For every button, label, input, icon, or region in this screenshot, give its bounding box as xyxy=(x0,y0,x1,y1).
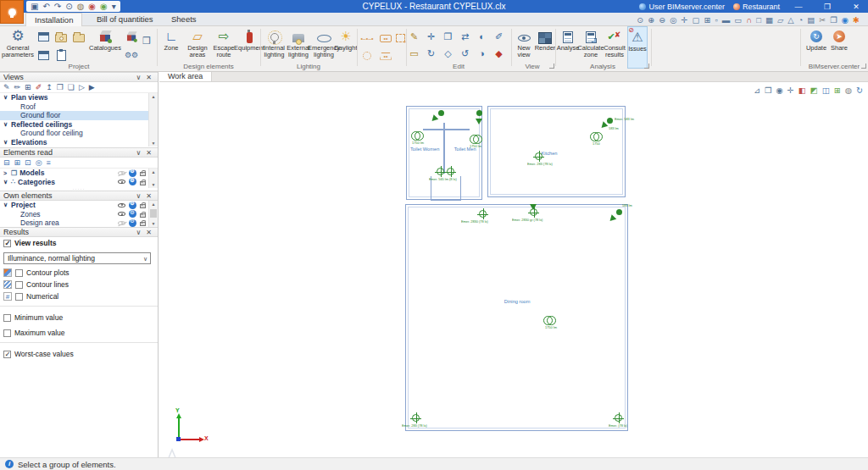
close-panel-icon[interactable]: ✕ xyxy=(143,192,154,200)
emergency-lighting-button[interactable]: Emergency lighting xyxy=(311,28,337,67)
analyse-button[interactable]: Analyse xyxy=(558,28,578,67)
numerical-checkbox[interactable] xyxy=(15,293,23,301)
maximize-button[interactable]: ❐ xyxy=(817,3,837,11)
lock-icon[interactable] xyxy=(140,181,146,185)
minimum-value-row[interactable]: Minimum value xyxy=(0,310,158,323)
minimize-button[interactable]: — xyxy=(788,3,809,11)
rotate-left-icon[interactable]: ↺ xyxy=(459,47,470,60)
symmetry-copy-icon[interactable]: ◐ xyxy=(476,30,487,43)
emergency-light-symbol[interactable] xyxy=(616,209,622,215)
escape-route-button[interactable]: ⇨ Escape route xyxy=(212,28,236,67)
focus-icon[interactable]: ◎ xyxy=(36,158,42,167)
grid-icon[interactable]: ⊞ xyxy=(704,14,710,25)
trim-icon[interactable]: ✂ xyxy=(819,14,826,25)
zoom-all-icon[interactable]: ◎ xyxy=(670,14,676,25)
list-mode-icon[interactable]: ≡ xyxy=(47,158,51,167)
symmetry-move-icon[interactable]: ⇄ xyxy=(459,30,470,43)
isolate-icon[interactable]: ⊡ xyxy=(25,158,31,167)
expand-all-icon[interactable]: ⊞ xyxy=(14,158,21,167)
worst-case-row[interactable]: Worst-case values xyxy=(0,346,158,360)
views-grid-icon[interactable]: ⊞ xyxy=(834,86,841,95)
circular-points-button[interactable] xyxy=(359,48,375,64)
gear-icon[interactable] xyxy=(129,169,136,177)
views-scrollbar[interactable]: ▲▼ xyxy=(148,93,158,147)
luminaire-library-button[interactable] xyxy=(53,29,69,44)
calculation-point-symbol[interactable] xyxy=(447,168,454,175)
section-red-icon[interactable]: ◧ xyxy=(798,86,806,95)
chevron-right-icon[interactable]: > xyxy=(3,170,11,176)
visibility-icon[interactable] xyxy=(118,180,125,184)
redraw-icon[interactable]: ▢ xyxy=(693,14,700,25)
ortho-icon[interactable]: ▭ xyxy=(734,14,742,25)
close-panel-icon[interactable]: ✕ xyxy=(143,74,154,81)
delete-icon[interactable]: ◆ xyxy=(493,47,504,60)
emergency-light-symbol[interactable] xyxy=(607,118,613,124)
layers-icon[interactable]: ▤ xyxy=(807,14,815,25)
calculation-point-symbol[interactable] xyxy=(412,414,420,422)
contour-plots-checkbox[interactable] xyxy=(15,269,23,277)
luminaire-symbol[interactable] xyxy=(543,316,555,323)
current-view-icon[interactable]: ▶ xyxy=(89,83,95,91)
maximum-value-row[interactable]: Maximum value xyxy=(0,323,158,339)
view-results-row[interactable]: View results xyxy=(0,237,158,249)
tree-item-roof[interactable]: Roof xyxy=(0,102,158,112)
daylight-button[interactable]: ☀ Daylight xyxy=(336,28,356,67)
emergency-light-symbol[interactable] xyxy=(438,110,444,116)
bimserver-blue-icon[interactable]: ◉ xyxy=(842,14,849,25)
minimum-value-checkbox[interactable] xyxy=(3,314,11,322)
pan-view-icon[interactable]: ✛ xyxy=(787,86,794,95)
catalogues-button[interactable]: Catalogues xyxy=(88,28,122,67)
work-area-tab[interactable]: Work area xyxy=(159,72,212,81)
paired-points-button[interactable]: •• xyxy=(378,30,393,46)
luminaire-symbol[interactable] xyxy=(470,135,481,142)
numerical-row[interactable]: Numerical xyxy=(0,290,158,302)
calculation-point-symbol[interactable] xyxy=(535,152,542,160)
contour-lines-checkbox[interactable] xyxy=(15,281,23,289)
zoom-in-icon[interactable]: ⊕ xyxy=(648,14,654,25)
linear-points-button[interactable]: •–•–• xyxy=(359,30,375,46)
trapezoid-points-button[interactable]: •• xyxy=(378,48,393,64)
object-snap-icon[interactable]: ▬ xyxy=(722,14,731,25)
bimserver-group-expander-icon[interactable] xyxy=(861,64,866,69)
sync-red-icon[interactable]: ◉ xyxy=(88,1,96,12)
analysis-group-expander-icon[interactable] xyxy=(644,64,649,69)
undo-icon[interactable]: ↶ xyxy=(42,1,49,12)
plan-options-button[interactable]: ❒ xyxy=(139,33,154,48)
scroll-thumb[interactable] xyxy=(150,209,157,218)
sync-green-icon[interactable]: ◉ xyxy=(100,1,108,12)
tree-item-design-area[interactable]: Design area xyxy=(0,218,158,227)
luminaire-symbol[interactable] xyxy=(411,131,423,139)
calculation-point-symbol[interactable] xyxy=(615,414,622,422)
isometric-view-icon[interactable]: ⊿ xyxy=(754,86,760,95)
triangle-icon[interactable]: △ xyxy=(787,14,793,25)
visibility-off-icon[interactable] xyxy=(118,171,125,175)
chevron-down-icon[interactable]: ∨ xyxy=(3,179,11,185)
collapse-all-icon[interactable]: ⊟ xyxy=(3,158,10,167)
equipment-button[interactable]: Equipment xyxy=(237,28,261,67)
layout-window-button[interactable] xyxy=(36,47,51,63)
tab-bill-of-quantities[interactable]: Bill of quantities xyxy=(88,13,162,26)
tree-item-plan-views[interactable]: ∨Plan views xyxy=(0,93,158,102)
tree-item-reflected-ceilings[interactable]: ∨Reflected ceilings xyxy=(0,120,158,130)
lock-icon[interactable] xyxy=(140,222,146,226)
render-button[interactable]: Render xyxy=(536,28,554,67)
maximum-value-checkbox[interactable] xyxy=(3,329,11,337)
visibility-icon[interactable] xyxy=(118,212,125,216)
close-panel-icon[interactable]: ✕ xyxy=(143,149,154,157)
windows-icon[interactable]: ❐ xyxy=(830,14,837,25)
share-button[interactable]: ➤ Share xyxy=(829,28,849,67)
save-icon[interactable]: ▣ xyxy=(31,1,38,12)
external-lighting-button[interactable]: External lighting xyxy=(287,28,309,67)
zoom-out-icon[interactable]: ⊖ xyxy=(659,14,665,25)
gear-icon[interactable] xyxy=(129,210,136,218)
refresh-view-icon[interactable]: ↻ xyxy=(856,86,863,95)
copy-icon[interactable]: ❐ xyxy=(442,30,453,43)
match-properties-icon[interactable]: ✐ xyxy=(493,30,504,43)
job-window-button[interactable] xyxy=(36,29,51,44)
lock-icon[interactable] xyxy=(140,204,146,208)
calculation-point-symbol[interactable] xyxy=(479,210,487,218)
design-areas-button[interactable]: ▱ Design areas xyxy=(185,28,210,67)
bimserver-project[interactable]: Restaurant xyxy=(733,3,780,11)
general-parameters-button[interactable]: ⚙ General parameters xyxy=(2,28,34,67)
close-panel-icon[interactable]: ✕ xyxy=(143,229,154,236)
